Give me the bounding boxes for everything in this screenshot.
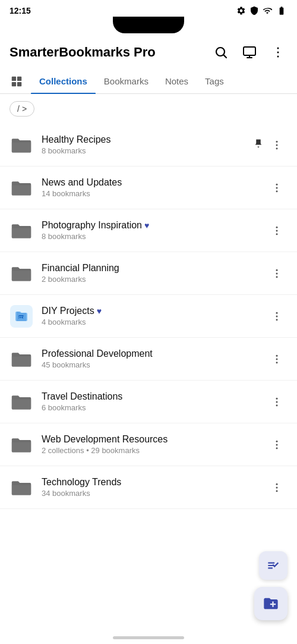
collection-meta: 8 bookmarks [42, 232, 266, 241]
collection-meta: 4 bookmarks [42, 318, 266, 326]
svg-point-20 [276, 233, 278, 235]
svg-point-35 [276, 444, 278, 445]
svg-point-31 [276, 397, 278, 399]
collection-more-button[interactable] [266, 263, 287, 284]
collection-name: Technology Trends [42, 477, 266, 488]
collection-meta: 34 bookmarks [42, 489, 266, 498]
tab-tags[interactable]: Tags [197, 69, 232, 93]
svg-point-5 [277, 48, 279, 49]
header-actions [209, 40, 290, 64]
svg-point-6 [277, 52, 279, 54]
tab-collections[interactable]: Collections [31, 69, 96, 93]
grid-view-button[interactable] [5, 70, 29, 93]
add-collection-icon [263, 595, 279, 612]
list-item[interactable]: Healthy Recipes8 bookmarks [0, 124, 297, 167]
svg-point-36 [276, 447, 278, 449]
svg-rect-9 [17, 76, 21, 80]
search-icon [214, 45, 228, 59]
svg-rect-11 [17, 81, 21, 86]
wifi-icon [263, 6, 272, 15]
svg-point-14 [276, 147, 278, 149]
folder-icon [11, 479, 32, 497]
svg-point-34 [276, 440, 278, 442]
svg-point-7 [277, 56, 279, 58]
svg-point-38 [276, 486, 278, 488]
search-button[interactable] [209, 40, 233, 64]
status-time: 12:15 [10, 6, 31, 15]
fab-primary-button[interactable] [254, 587, 287, 620]
collection-meta: 14 bookmarks [42, 189, 266, 198]
collection-list: Healthy Recipes8 bookmarks News and Upda… [0, 124, 297, 509]
breadcrumb-row: / > [0, 94, 297, 124]
collection-more-button[interactable] [266, 348, 287, 370]
collection-meta: 8 bookmarks [42, 146, 253, 155]
fab-secondary-button[interactable] [259, 551, 287, 580]
tab-bookmarks[interactable]: Bookmarks [96, 69, 157, 93]
list-item[interactable]: Travel Destinations6 bookmarks [0, 381, 297, 423]
collection-name: Web Development Resources [42, 434, 266, 445]
svg-rect-2 [244, 47, 255, 55]
folder-icon [11, 136, 32, 154]
tab-notes[interactable]: Notes [157, 69, 197, 93]
svg-point-18 [276, 226, 278, 228]
heart-badge: ♥ [97, 306, 102, 316]
tabs-container: Collections Bookmarks Notes Tags [0, 69, 297, 94]
collection-meta: 6 bookmarks [42, 403, 266, 412]
svg-point-37 [276, 483, 278, 485]
svg-point-33 [276, 404, 278, 406]
collection-more-button[interactable] [266, 391, 287, 413]
collection-meta: 2 collections • 29 bookmarks [42, 446, 266, 455]
desktop-button[interactable] [238, 40, 261, 64]
collection-more-button[interactable] [266, 434, 287, 455]
collection-more-button[interactable] [266, 220, 287, 241]
collection-name: Healthy Recipes [42, 134, 253, 145]
svg-point-22 [276, 272, 278, 274]
svg-point-13 [276, 144, 278, 146]
svg-point-21 [276, 269, 278, 271]
svg-point-19 [276, 230, 278, 231]
list-item[interactable]: News and Updates14 bookmarks [0, 167, 297, 209]
svg-point-28 [276, 354, 278, 356]
list-item[interactable]: Web Development Resources2 collections •… [0, 423, 297, 466]
svg-point-29 [276, 358, 278, 360]
svg-point-23 [276, 276, 278, 278]
collection-more-button[interactable] [266, 134, 287, 156]
status-icons [236, 6, 287, 15]
list-item[interactable]: DIY Projects♥4 bookmarks [0, 295, 297, 338]
folder-icon [11, 222, 32, 240]
fab-area [254, 551, 287, 620]
collection-name: Photography Inspiration♥ [42, 220, 266, 231]
diy-folder-icon [10, 305, 33, 328]
svg-point-27 [276, 319, 278, 321]
svg-line-1 [224, 55, 226, 58]
breadcrumb-chevron: > [22, 104, 27, 114]
collection-more-button[interactable] [266, 477, 287, 498]
folder-icon [11, 179, 32, 197]
svg-rect-10 [12, 81, 16, 86]
svg-point-15 [276, 183, 278, 185]
svg-point-16 [276, 187, 278, 189]
list-item[interactable]: Photography Inspiration♥8 bookmarks [0, 209, 297, 252]
svg-point-12 [276, 140, 278, 142]
collection-more-button[interactable] [266, 306, 287, 327]
folder-icon [11, 393, 32, 411]
app-title: SmarterBookmarks Pro [10, 45, 209, 60]
list-item[interactable]: Technology Trends34 bookmarks [0, 466, 297, 509]
svg-point-32 [276, 401, 278, 403]
svg-point-39 [276, 490, 278, 492]
list-item[interactable]: Professional Development45 bookmarks [0, 338, 297, 381]
svg-point-17 [276, 190, 278, 192]
app-header: SmarterBookmarks Pro [0, 36, 297, 69]
collection-name: News and Updates [42, 177, 266, 188]
collection-more-button[interactable] [266, 177, 287, 199]
more-icon [271, 45, 285, 59]
breadcrumb-pill[interactable]: / > [10, 101, 34, 117]
shield-icon [249, 6, 259, 15]
collection-name: Professional Development [42, 348, 266, 359]
more-button[interactable] [266, 40, 290, 64]
desktop-icon [242, 45, 257, 59]
folder-icon [11, 265, 32, 282]
collection-name: Travel Destinations [42, 391, 266, 402]
home-indicator [113, 636, 184, 639]
list-item[interactable]: Financial Planning2 bookmarks [0, 252, 297, 295]
